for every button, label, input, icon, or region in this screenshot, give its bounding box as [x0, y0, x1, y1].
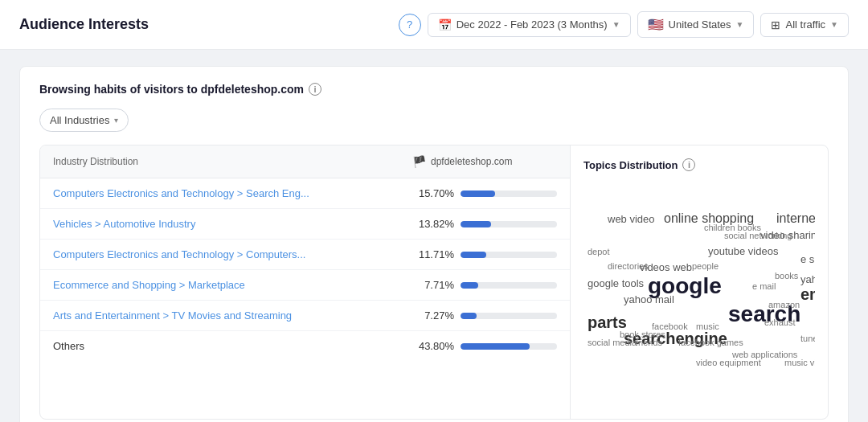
- info-icon[interactable]: i: [309, 83, 321, 96]
- industry-pct: 15.70%: [412, 187, 454, 199]
- industry-stat: 15.70%: [412, 187, 557, 199]
- word-cloud-item: email: [800, 285, 815, 304]
- bar-fill: [461, 313, 477, 319]
- word-cloud-item: music: [696, 322, 719, 331]
- industry-row: Ecommerce and Shopping > Marketplace7.71…: [40, 270, 570, 301]
- word-cloud: googlesearchsearchengineemailpartsonline…: [583, 181, 815, 406]
- industry-row: Arts and Entertainment > TV Movies and S…: [40, 301, 570, 331]
- bar-track: [461, 343, 557, 350]
- word-cloud-item: facebook games: [678, 338, 743, 347]
- industry-panel: Industry Distribution 🏴 dpfdeleteshop.co…: [40, 145, 571, 419]
- traffic-label: All traffic: [785, 18, 825, 31]
- industry-rows: Computers Electronics and Technology > S…: [40, 178, 570, 361]
- bar-fill: [461, 343, 530, 350]
- word-cloud-item: books: [775, 271, 798, 281]
- word-cloud-item: book stores: [620, 330, 665, 339]
- industry-name[interactable]: Arts and Entertainment > TV Movies and S…: [53, 309, 412, 322]
- word-cloud-item: children books: [704, 223, 761, 232]
- word-cloud-item: videos web: [640, 261, 692, 273]
- subtitle-text: Browsing habits of visitors to dpfdelete…: [39, 83, 304, 96]
- industry-row: Computers Electronics and Technology > S…: [40, 178, 570, 209]
- industries-filter-button[interactable]: All Industries ▾: [39, 109, 129, 132]
- site-name: dpfdeleteshop.com: [431, 156, 512, 167]
- word-cloud-item: people: [692, 261, 719, 271]
- chevron-down-icon: ▼: [830, 20, 838, 29]
- filter-row: All Industries ▾: [39, 109, 829, 132]
- data-section: Industry Distribution 🏴 dpfdeleteshop.co…: [39, 145, 829, 420]
- word-cloud-item: tuner: [800, 334, 815, 343]
- date-range-label: Dec 2022 - Feb 2023 (3 Months): [457, 18, 608, 31]
- topics-header: Topics Distribution i: [583, 158, 815, 171]
- country-button[interactable]: 🇺🇸 United States ▼: [637, 11, 755, 38]
- page-title: Audience Interests: [19, 16, 386, 33]
- country-label: United States: [669, 18, 731, 31]
- word-cloud-item: google tools: [588, 277, 644, 289]
- bar-track: [461, 282, 557, 289]
- header-controls: ? 📅 Dec 2022 - Feb 2023 (3 Months) ▼ 🇺🇸 …: [399, 11, 849, 38]
- col-name-header: Industry Distribution: [53, 156, 412, 167]
- card-subtitle: Browsing habits of visitors to dpfdelete…: [39, 83, 829, 96]
- industry-panel-header: Industry Distribution 🏴 dpfdeleteshop.co…: [40, 145, 570, 178]
- bar-track: [461, 252, 557, 258]
- bar-fill: [461, 282, 478, 289]
- industry-row: Computers Electronics and Technology > C…: [40, 240, 570, 270]
- word-cloud-item: yahoo: [800, 273, 815, 285]
- word-cloud-item: web applications: [732, 350, 797, 359]
- site-flag-icon: 🏴: [412, 155, 426, 168]
- industry-name[interactable]: Vehicles > Automotive Industry: [53, 218, 412, 230]
- industry-stat: 13.82%: [412, 218, 557, 230]
- bar-fill: [461, 191, 495, 197]
- date-range-button[interactable]: 📅 Dec 2022 - Feb 2023 (3 Months) ▼: [428, 13, 631, 37]
- word-cloud-item: exhaust: [764, 318, 796, 327]
- traffic-button[interactable]: ⊞ All traffic ▼: [760, 13, 849, 37]
- industry-stat: 11.71%: [412, 248, 557, 260]
- help-button[interactable]: ?: [399, 14, 421, 36]
- question-icon: ?: [407, 18, 412, 31]
- word-cloud-item: depot: [588, 247, 610, 256]
- industry-pct: 7.71%: [412, 279, 454, 291]
- flag-icon: 🇺🇸: [648, 17, 664, 32]
- industry-name[interactable]: Computers Electronics and Technology > C…: [53, 248, 412, 260]
- col-site-header: 🏴 dpfdeleteshop.com: [412, 155, 557, 168]
- word-cloud-item: e mail: [752, 281, 776, 291]
- chevron-down-icon: ▼: [612, 20, 620, 29]
- traffic-icon: ⊞: [771, 18, 780, 31]
- bar-track: [461, 313, 557, 319]
- industry-stat: 7.27%: [412, 309, 557, 322]
- bar-track: [461, 221, 557, 227]
- industry-pct: 43.80%: [412, 340, 454, 352]
- industry-name: Others: [53, 340, 412, 352]
- word-cloud-item: youtube videos: [708, 245, 778, 257]
- chevron-down-icon: ▾: [114, 116, 118, 125]
- word-cloud-item: yahoo mail: [624, 293, 674, 305]
- industry-pct: 13.82%: [412, 218, 454, 230]
- calendar-icon: 📅: [438, 18, 452, 31]
- word-cloud-item: internet video: [776, 211, 815, 226]
- word-cloud-item: e shops: [800, 253, 815, 265]
- industry-name[interactable]: Ecommerce and Shopping > Marketplace: [53, 279, 412, 291]
- industry-pct: 7.27%: [412, 309, 454, 322]
- industry-stat: 7.71%: [412, 279, 557, 291]
- industries-filter-label: All Industries: [50, 114, 109, 126]
- topics-title: Topics Distribution: [583, 159, 678, 171]
- industry-stat: 43.80%: [412, 340, 557, 352]
- topics-panel: Topics Distribution i googlesearchsearch…: [571, 145, 828, 419]
- industry-row: Others43.80%: [40, 331, 570, 361]
- main-content: Browsing habits of visitors to dpfdelete…: [0, 50, 868, 422]
- word-cloud-item: amazon: [768, 300, 800, 309]
- topics-info-icon[interactable]: i: [682, 158, 695, 171]
- industry-pct: 11.71%: [412, 248, 454, 260]
- main-card: Browsing habits of visitors to dpfdelete…: [19, 66, 849, 422]
- chevron-down-icon: ▼: [736, 20, 744, 29]
- word-cloud-item: web video: [608, 213, 655, 225]
- industry-row: Vehicles > Automotive Industry13.82%: [40, 209, 570, 240]
- bar-fill: [461, 221, 491, 227]
- bar-track: [461, 191, 557, 197]
- page-header: Audience Interests ? 📅 Dec 2022 - Feb 20…: [0, 0, 868, 50]
- bar-fill: [461, 252, 486, 258]
- industry-name[interactable]: Computers Electronics and Technology > S…: [53, 187, 412, 199]
